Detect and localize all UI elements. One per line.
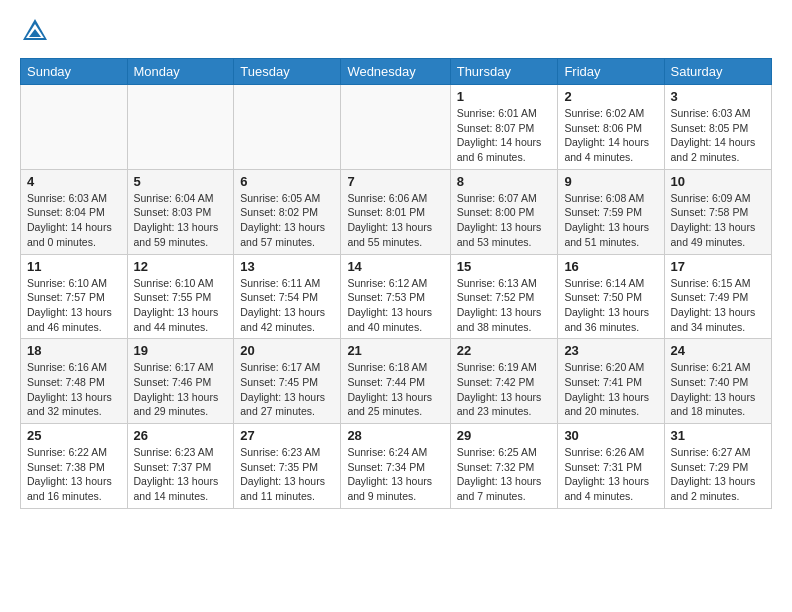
day-number: 4 [27,174,121,189]
weekday-sunday: Sunday [21,59,128,85]
calendar-cell: 7Sunrise: 6:06 AM Sunset: 8:01 PM Daylig… [341,169,450,254]
day-info: Sunrise: 6:18 AM Sunset: 7:44 PM Dayligh… [347,360,443,419]
day-info: Sunrise: 6:13 AM Sunset: 7:52 PM Dayligh… [457,276,552,335]
day-info: Sunrise: 6:17 AM Sunset: 7:46 PM Dayligh… [134,360,228,419]
day-info: Sunrise: 6:23 AM Sunset: 7:37 PM Dayligh… [134,445,228,504]
weekday-header-row: SundayMondayTuesdayWednesdayThursdayFrid… [21,59,772,85]
calendar-cell: 12Sunrise: 6:10 AM Sunset: 7:55 PM Dayli… [127,254,234,339]
day-info: Sunrise: 6:24 AM Sunset: 7:34 PM Dayligh… [347,445,443,504]
day-info: Sunrise: 6:05 AM Sunset: 8:02 PM Dayligh… [240,191,334,250]
weekday-saturday: Saturday [664,59,772,85]
calendar-cell [21,85,128,170]
day-number: 5 [134,174,228,189]
day-number: 19 [134,343,228,358]
day-info: Sunrise: 6:03 AM Sunset: 8:04 PM Dayligh… [27,191,121,250]
calendar-cell: 9Sunrise: 6:08 AM Sunset: 7:59 PM Daylig… [558,169,664,254]
header [20,16,772,46]
calendar-cell: 26Sunrise: 6:23 AM Sunset: 7:37 PM Dayli… [127,424,234,509]
day-info: Sunrise: 6:04 AM Sunset: 8:03 PM Dayligh… [134,191,228,250]
calendar-week-4: 25Sunrise: 6:22 AM Sunset: 7:38 PM Dayli… [21,424,772,509]
logo [20,16,52,46]
calendar-week-1: 4Sunrise: 6:03 AM Sunset: 8:04 PM Daylig… [21,169,772,254]
day-info: Sunrise: 6:11 AM Sunset: 7:54 PM Dayligh… [240,276,334,335]
calendar-cell: 19Sunrise: 6:17 AM Sunset: 7:46 PM Dayli… [127,339,234,424]
day-info: Sunrise: 6:15 AM Sunset: 7:49 PM Dayligh… [671,276,766,335]
day-info: Sunrise: 6:10 AM Sunset: 7:55 PM Dayligh… [134,276,228,335]
day-number: 26 [134,428,228,443]
calendar-cell: 2Sunrise: 6:02 AM Sunset: 8:06 PM Daylig… [558,85,664,170]
weekday-wednesday: Wednesday [341,59,450,85]
day-number: 22 [457,343,552,358]
calendar-cell: 3Sunrise: 6:03 AM Sunset: 8:05 PM Daylig… [664,85,772,170]
day-number: 3 [671,89,766,104]
calendar-cell: 27Sunrise: 6:23 AM Sunset: 7:35 PM Dayli… [234,424,341,509]
calendar-cell [341,85,450,170]
day-number: 24 [671,343,766,358]
calendar-cell: 25Sunrise: 6:22 AM Sunset: 7:38 PM Dayli… [21,424,128,509]
day-info: Sunrise: 6:25 AM Sunset: 7:32 PM Dayligh… [457,445,552,504]
day-info: Sunrise: 6:08 AM Sunset: 7:59 PM Dayligh… [564,191,657,250]
day-number: 13 [240,259,334,274]
day-info: Sunrise: 6:07 AM Sunset: 8:00 PM Dayligh… [457,191,552,250]
weekday-monday: Monday [127,59,234,85]
calendar-cell: 10Sunrise: 6:09 AM Sunset: 7:58 PM Dayli… [664,169,772,254]
calendar-cell: 15Sunrise: 6:13 AM Sunset: 7:52 PM Dayli… [450,254,558,339]
day-number: 28 [347,428,443,443]
calendar-cell: 1Sunrise: 6:01 AM Sunset: 8:07 PM Daylig… [450,85,558,170]
day-info: Sunrise: 6:20 AM Sunset: 7:41 PM Dayligh… [564,360,657,419]
weekday-thursday: Thursday [450,59,558,85]
day-info: Sunrise: 6:09 AM Sunset: 7:58 PM Dayligh… [671,191,766,250]
calendar-cell: 17Sunrise: 6:15 AM Sunset: 7:49 PM Dayli… [664,254,772,339]
day-info: Sunrise: 6:26 AM Sunset: 7:31 PM Dayligh… [564,445,657,504]
day-info: Sunrise: 6:03 AM Sunset: 8:05 PM Dayligh… [671,106,766,165]
calendar-cell: 23Sunrise: 6:20 AM Sunset: 7:41 PM Dayli… [558,339,664,424]
day-info: Sunrise: 6:23 AM Sunset: 7:35 PM Dayligh… [240,445,334,504]
day-number: 7 [347,174,443,189]
calendar-week-2: 11Sunrise: 6:10 AM Sunset: 7:57 PM Dayli… [21,254,772,339]
calendar-cell: 31Sunrise: 6:27 AM Sunset: 7:29 PM Dayli… [664,424,772,509]
day-number: 10 [671,174,766,189]
day-number: 14 [347,259,443,274]
calendar-cell: 11Sunrise: 6:10 AM Sunset: 7:57 PM Dayli… [21,254,128,339]
calendar-cell: 8Sunrise: 6:07 AM Sunset: 8:00 PM Daylig… [450,169,558,254]
day-number: 16 [564,259,657,274]
calendar-cell: 22Sunrise: 6:19 AM Sunset: 7:42 PM Dayli… [450,339,558,424]
calendar-cell [127,85,234,170]
day-info: Sunrise: 6:21 AM Sunset: 7:40 PM Dayligh… [671,360,766,419]
day-info: Sunrise: 6:12 AM Sunset: 7:53 PM Dayligh… [347,276,443,335]
calendar-cell: 4Sunrise: 6:03 AM Sunset: 8:04 PM Daylig… [21,169,128,254]
calendar-cell: 16Sunrise: 6:14 AM Sunset: 7:50 PM Dayli… [558,254,664,339]
day-number: 1 [457,89,552,104]
calendar-week-3: 18Sunrise: 6:16 AM Sunset: 7:48 PM Dayli… [21,339,772,424]
calendar-cell: 20Sunrise: 6:17 AM Sunset: 7:45 PM Dayli… [234,339,341,424]
day-number: 29 [457,428,552,443]
day-number: 8 [457,174,552,189]
calendar-cell: 13Sunrise: 6:11 AM Sunset: 7:54 PM Dayli… [234,254,341,339]
day-number: 30 [564,428,657,443]
day-number: 21 [347,343,443,358]
day-number: 18 [27,343,121,358]
day-info: Sunrise: 6:02 AM Sunset: 8:06 PM Dayligh… [564,106,657,165]
day-number: 6 [240,174,334,189]
calendar-cell: 28Sunrise: 6:24 AM Sunset: 7:34 PM Dayli… [341,424,450,509]
day-number: 9 [564,174,657,189]
day-info: Sunrise: 6:27 AM Sunset: 7:29 PM Dayligh… [671,445,766,504]
day-number: 25 [27,428,121,443]
calendar-cell: 5Sunrise: 6:04 AM Sunset: 8:03 PM Daylig… [127,169,234,254]
page: SundayMondayTuesdayWednesdayThursdayFrid… [0,0,792,529]
day-number: 31 [671,428,766,443]
calendar-week-0: 1Sunrise: 6:01 AM Sunset: 8:07 PM Daylig… [21,85,772,170]
day-number: 27 [240,428,334,443]
weekday-tuesday: Tuesday [234,59,341,85]
calendar-table: SundayMondayTuesdayWednesdayThursdayFrid… [20,58,772,509]
logo-icon [20,16,50,46]
day-number: 23 [564,343,657,358]
calendar-cell: 6Sunrise: 6:05 AM Sunset: 8:02 PM Daylig… [234,169,341,254]
weekday-friday: Friday [558,59,664,85]
day-info: Sunrise: 6:06 AM Sunset: 8:01 PM Dayligh… [347,191,443,250]
calendar-cell: 18Sunrise: 6:16 AM Sunset: 7:48 PM Dayli… [21,339,128,424]
day-info: Sunrise: 6:01 AM Sunset: 8:07 PM Dayligh… [457,106,552,165]
day-info: Sunrise: 6:17 AM Sunset: 7:45 PM Dayligh… [240,360,334,419]
calendar-cell: 24Sunrise: 6:21 AM Sunset: 7:40 PM Dayli… [664,339,772,424]
day-number: 15 [457,259,552,274]
